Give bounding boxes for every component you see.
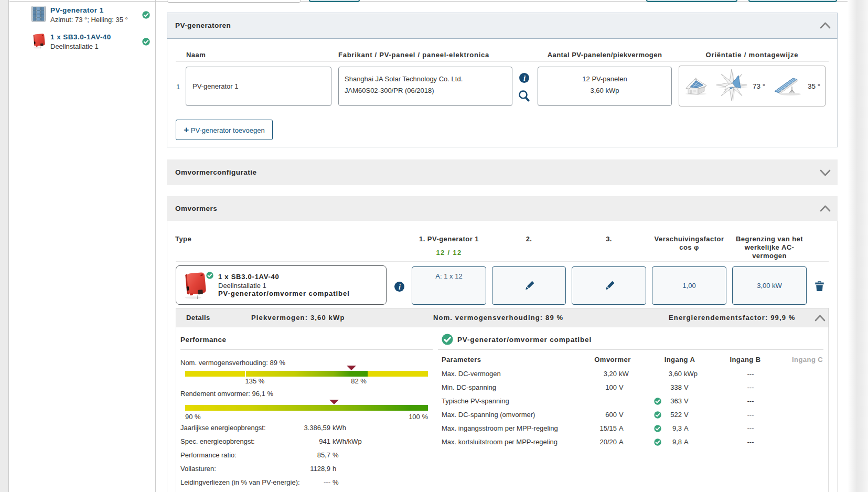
svg-text:i: i — [399, 283, 401, 291]
svg-text:i: i — [523, 74, 526, 82]
